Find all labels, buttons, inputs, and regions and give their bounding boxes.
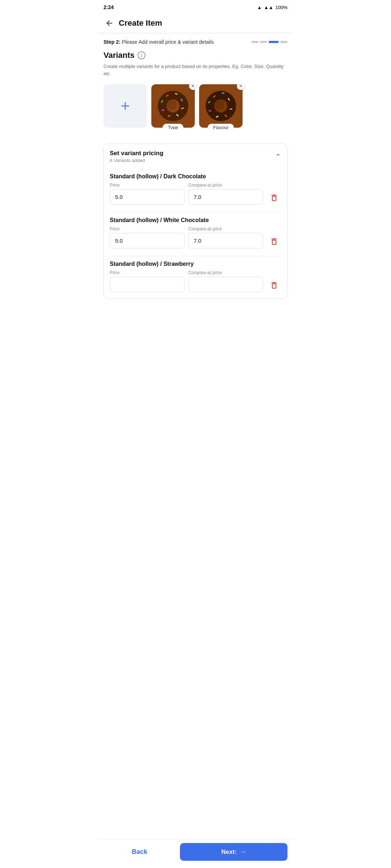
- compare-price-input-1[interactable]: [188, 189, 263, 205]
- battery-icon: 100%: [276, 5, 287, 10]
- variants-heading: Variants i: [104, 51, 287, 60]
- back-arrow-icon: [105, 19, 114, 27]
- variant-row-strawberry: Standard (hollow) / Strawberry Price Com…: [110, 256, 281, 293]
- variants-count: 6 Variants added: [110, 158, 163, 163]
- compare-price-field-3: Compare-at price: [188, 270, 263, 292]
- price-input-3[interactable]: [110, 277, 185, 292]
- variants-label: Variants: [104, 51, 135, 60]
- variant-name-2: Standard (hollow) / White Chocolate: [110, 213, 281, 224]
- price-input-2[interactable]: [110, 233, 185, 248]
- step-dots: [251, 41, 287, 43]
- pricing-header[interactable]: Set variant pricing 6 Variants added ⌃: [104, 144, 287, 169]
- price-label-3: Price: [110, 270, 185, 275]
- price-row-3: Price Compare-at price: [110, 270, 281, 293]
- type-tile-image: [151, 84, 195, 128]
- variant-tile-flavour: ✕: [199, 84, 243, 128]
- price-row-2: Price Compare-at price: [110, 226, 281, 249]
- variant-tile-type: ✕: [151, 84, 195, 128]
- step-label: Step 2:: [104, 39, 121, 45]
- step-dot-3: [269, 41, 279, 43]
- status-icons: ▲ ▲▲ 100%: [257, 5, 287, 10]
- compare-price-field-2: Compare-at price: [188, 226, 263, 248]
- step-row: Step 2: Please Add overall price & varia…: [104, 39, 287, 45]
- donut-svg-type: [155, 88, 191, 124]
- top-bar: Create Item: [98, 13, 293, 33]
- price-row-1: Price Compare-at price: [110, 183, 281, 205]
- delete-row-2-button[interactable]: [267, 234, 281, 249]
- trash-icon-3: [270, 281, 278, 290]
- flavour-tile-image: [199, 84, 243, 128]
- wifi-icon: ▲: [257, 5, 262, 10]
- variant-row-dark-chocolate: Standard (hollow) / Dark Chocolate Price…: [110, 169, 281, 205]
- price-input-1[interactable]: [110, 189, 185, 205]
- price-field-3: Price: [110, 270, 185, 292]
- pricing-card: Set variant pricing 6 Variants added ⌃ S…: [104, 144, 287, 299]
- step-dot-4: [280, 41, 287, 43]
- tiles-row: ✕: [104, 84, 287, 129]
- type-badge: Type: [163, 124, 184, 129]
- step-text: Step 2: Please Add overall price & varia…: [104, 39, 248, 45]
- collapse-icon: ⌃: [275, 152, 281, 161]
- price-field-2: Price: [110, 226, 185, 248]
- svg-point-11: [167, 99, 180, 112]
- pricing-title: Set variant pricing: [110, 150, 163, 157]
- compare-price-field-1: Compare-at price: [188, 183, 263, 205]
- donut-svg-flavour: [203, 88, 239, 124]
- step-description: Please Add overall price & variant detai…: [122, 39, 214, 45]
- status-time: 2:24: [104, 4, 114, 10]
- variants-description: Create multiple variants for a product b…: [104, 63, 287, 77]
- back-button[interactable]: [104, 17, 115, 29]
- delete-row-1-button[interactable]: [267, 191, 281, 205]
- price-label-1: Price: [110, 183, 185, 188]
- page-title: Create Item: [119, 18, 162, 28]
- trash-icon-1: [270, 193, 278, 202]
- step-dot-1: [251, 41, 258, 43]
- add-variant-icon: [119, 99, 132, 112]
- delete-row-3-button[interactable]: [267, 278, 281, 293]
- remove-type-button[interactable]: ✕: [189, 84, 197, 90]
- compare-price-label-3: Compare-at price: [188, 270, 263, 275]
- variant-name-1: Standard (hollow) / Dark Chocolate: [110, 169, 281, 180]
- add-variant-tile[interactable]: [104, 84, 147, 128]
- variant-name-3: Standard (hollow) / Strawberry: [110, 256, 281, 267]
- step-dot-2: [260, 41, 267, 43]
- compare-price-label-2: Compare-at price: [188, 226, 263, 231]
- variant-row-white-chocolate: Standard (hollow) / White Chocolate Pric…: [110, 213, 281, 249]
- flavour-badge: Flavour: [207, 124, 234, 129]
- status-bar: 2:24 ▲ ▲▲ 100%: [98, 0, 293, 13]
- info-icon[interactable]: i: [138, 51, 146, 59]
- trash-icon-2: [270, 237, 278, 246]
- compare-price-input-3[interactable]: [188, 277, 263, 292]
- remove-flavour-button[interactable]: ✕: [237, 84, 245, 90]
- main-content: Step 2: Please Add overall price & varia…: [98, 33, 293, 341]
- svg-point-22: [214, 99, 224, 110]
- pricing-header-info: Set variant pricing 6 Variants added: [110, 150, 163, 163]
- price-field-1: Price: [110, 183, 185, 205]
- compare-price-label-1: Compare-at price: [188, 183, 263, 188]
- signal-icon: ▲▲: [264, 5, 273, 10]
- price-label-2: Price: [110, 226, 185, 231]
- variant-pricing-section: Standard (hollow) / Dark Chocolate Price…: [104, 169, 287, 298]
- compare-price-input-2[interactable]: [188, 233, 263, 248]
